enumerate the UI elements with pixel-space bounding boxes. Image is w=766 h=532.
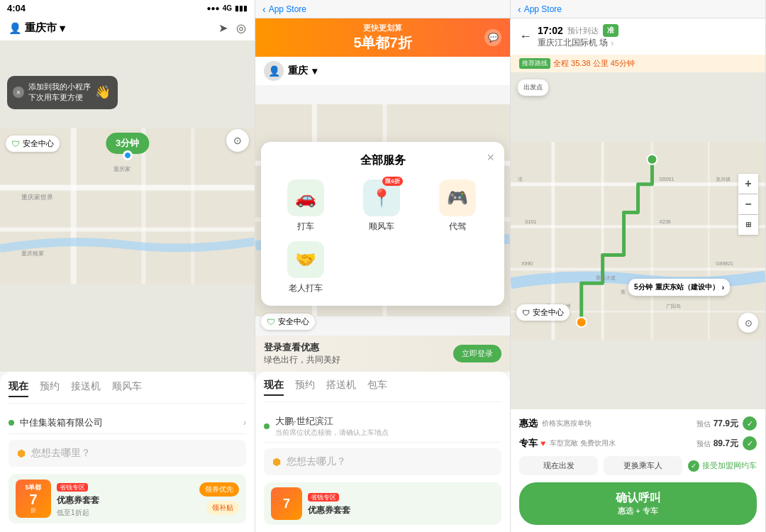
tab-airport[interactable]: 接送机 [71, 380, 101, 397]
city-name: 重庆市 [25, 21, 57, 35]
option-left-huixuan: 惠选 价格实惠按单快 [519, 417, 592, 430]
message-icon[interactable]: 💬 [484, 29, 501, 46]
promo-tag: 省钱专区 [57, 483, 88, 492]
back-btn-right[interactable]: ← [519, 29, 532, 44]
option-sub-huixuan: 价格实惠按单快 [542, 419, 592, 428]
back-arrow-middle[interactable]: ‹ [262, 4, 266, 15]
arrival-time: 17:02 [538, 25, 563, 36]
dest-placeholder-middle: 您想去哪儿？ [287, 455, 346, 468]
location-selector[interactable]: 👤 重庆市 ▾ [9, 21, 65, 35]
action-row: 现在出发 更换乘车人 ✓ 接受加盟网约车 [519, 456, 757, 475]
origin-text-middle: 大鹏·世纪滨江 [275, 415, 389, 428]
tab-now-m[interactable]: 现在 [264, 379, 284, 396]
origin-input[interactable]: 中佳集装箱有限公司 › [9, 412, 246, 434]
services-modal: 全部服务 × 🚗 打车 📍 限6折 顺风车 [261, 142, 504, 306]
service-taxi[interactable]: 🚗 打车 [272, 179, 340, 233]
origin-wrap-middle: 大鹏·世纪滨江 当前席位状态核验，请确认上车地点 [275, 415, 389, 438]
back-arrow-right[interactable]: ‹ [518, 4, 521, 15]
origin-sub-middle: 当前席位状态核验，请确认上车地点 [275, 428, 389, 438]
destination-icon: ⬢ [17, 448, 26, 459]
time-left: 4:04 [7, 3, 26, 13]
depart-now-btn[interactable]: 现在出发 [519, 456, 598, 475]
location-selector-middle[interactable]: 👤 重庆 ▾ [264, 61, 317, 81]
tooltip-close-btn[interactable]: × [13, 87, 24, 98]
booking-bottom: 惠选 价格实惠按单快 预估 77.9元 ✓ 专车 ♥ [511, 409, 765, 532]
login-promo: 登录查看优惠 绿色出行，共同美好 立即登录 [255, 336, 510, 372]
zoom-out-btn[interactable]: − [738, 194, 758, 214]
taxi-label: 打车 [297, 221, 314, 233]
taxi-icon-wrap: 🚗 [287, 179, 324, 216]
svg-text:龙兴镇: 龙兴镇 [716, 177, 731, 182]
layers-btn[interactable]: ⊞ [738, 215, 758, 235]
tab-reserve-m[interactable]: 预约 [295, 379, 315, 396]
service-designated[interactable]: 🎮 代驾 [423, 179, 491, 233]
promo-card-middle[interactable]: 7 省钱专区 优惠券套套 [264, 482, 501, 525]
my-location-btn[interactable]: ⊙ [226, 129, 249, 152]
promo-title: 优惠券套套 [57, 494, 194, 506]
svg-text:重庆家: 重庆家 [113, 166, 131, 172]
destination-input[interactable]: ⬢ 您想去哪里？ [9, 440, 246, 467]
change-passenger-btn[interactable]: 更换乘车人 [604, 456, 682, 475]
safety-center-badge[interactable]: 🛡 安全中心 [6, 135, 60, 152]
promo-buttons: 领券优先 领补贴 [199, 482, 239, 515]
svg-rect-3 [71, 128, 77, 284]
svg-text:广阳岛: 广阳岛 [666, 304, 681, 309]
coupon-btn[interactable]: 领券优先 [199, 482, 239, 497]
dest-name-badge: 重庆东站（建设中） [655, 282, 719, 292]
option-zhuanche[interactable]: 专车 ♥ 车型宽敞 免费饮用水 预估 89.7元 ✓ [519, 436, 757, 450]
tab-carpool[interactable]: 顺风车 [112, 380, 142, 397]
promo-main-middle: 5单都7折 [260, 33, 506, 52]
services-grid: 🚗 打车 📍 限6折 顺风车 🎮 代驾 [272, 179, 493, 294]
elder-label: 老人打车 [289, 282, 323, 294]
bottom-sheet-left: 现在 预约 接送机 顺风车 中佳集装箱有限公司 › ⬢ 您想去哪里？ 5单都 7… [0, 372, 255, 532]
taxi-icon: 🚗 [295, 188, 316, 208]
navigate-icon[interactable]: ➤ [218, 21, 228, 35]
tab-charter-m[interactable]: 包车 [367, 379, 387, 396]
carpool-label: 顺风车 [369, 221, 394, 233]
status-icons-left: ●●● 4G ▮▮▮ [207, 4, 248, 12]
app-header-left: 👤 重庆市 ▾ ➤ ◎ [0, 16, 255, 40]
signal-icon: ●●● [207, 4, 220, 12]
subsidy-btn[interactable]: 领补贴 [206, 501, 239, 515]
promo-title-middle: 优惠券套套 [308, 504, 494, 516]
tab-airport-m[interactable]: 搭送机 [326, 379, 356, 396]
safety-center-right[interactable]: 🛡 安全中心 [516, 304, 570, 321]
origin-input-middle[interactable]: 大鹏·世纪滨江 当前席位状态核验，请确认上车地点 [264, 411, 501, 443]
designated-label: 代驾 [449, 221, 466, 233]
tooltip-emoji: 👋 [95, 84, 111, 100]
service-elder-taxi[interactable]: 🤝 老人打车 [272, 241, 340, 294]
location-icon-right: ⊙ [745, 318, 753, 328]
tab-now[interactable]: 现在 [9, 380, 28, 397]
my-location-btn-right[interactable]: ⊙ [738, 313, 758, 333]
miniprogram-tooltip: × 添加到我的小程序下次用车更方便 👋 [7, 76, 118, 109]
promo-card-left[interactable]: 5单都 7 折 省钱专区 优惠券套套 低至1折起 领券优先 领补贴 [9, 474, 246, 523]
confirm-call-btn[interactable]: 确认呼叫 惠选 + 专车 [519, 482, 757, 525]
services-close-btn[interactable]: × [487, 150, 494, 165]
svg-text:S101: S101 [525, 219, 536, 224]
eta-minutes: 5分钟 [634, 282, 653, 292]
safety-center-middle[interactable]: 🛡 安全中心 [261, 314, 315, 330]
safety-label-right: 安全中心 [533, 307, 564, 318]
route-info: 17:02 预计到达 准 重庆江北国际机 场 › [538, 24, 757, 49]
service-carpool[interactable]: 📍 限6折 顺风车 [348, 179, 416, 233]
promo-details-middle: 省钱专区 优惠券套套 [308, 489, 494, 518]
eta-badge-right: 出发点 [518, 79, 548, 96]
login-button[interactable]: 立即登录 [453, 345, 501, 362]
check-circle-icon: ✓ [688, 460, 699, 472]
promo-tag-middle: 省钱专区 [308, 493, 339, 501]
appstore-label-middle: App Store [269, 4, 306, 14]
accept-toggle[interactable]: ✓ 接受加盟网约车 [688, 460, 757, 472]
chevron-middle: ▾ [312, 65, 317, 77]
promo-num-middle: 7 [283, 497, 290, 511]
promo-sub-middle: 更快更划算 [260, 23, 506, 33]
option-price-huixuan: 预估 77.9元 [696, 418, 738, 430]
tab-reserve[interactable]: 预约 [40, 380, 60, 397]
origin-time-label: 出发点 [523, 83, 543, 92]
confirm-sub-text: 惠选 + 专车 [528, 506, 748, 516]
origin-dot [9, 420, 14, 426]
target-icon[interactable]: ◎ [236, 21, 246, 35]
dest-input-middle[interactable]: ⬢ 您想去哪儿？ [264, 448, 501, 475]
option-huixuan[interactable]: 惠选 价格实惠按单快 预估 77.9元 ✓ [519, 416, 757, 431]
zoom-in-btn[interactable]: + [738, 174, 758, 194]
ride-options: 惠选 价格实惠按单快 预估 77.9元 ✓ 专车 ♥ [519, 416, 757, 450]
